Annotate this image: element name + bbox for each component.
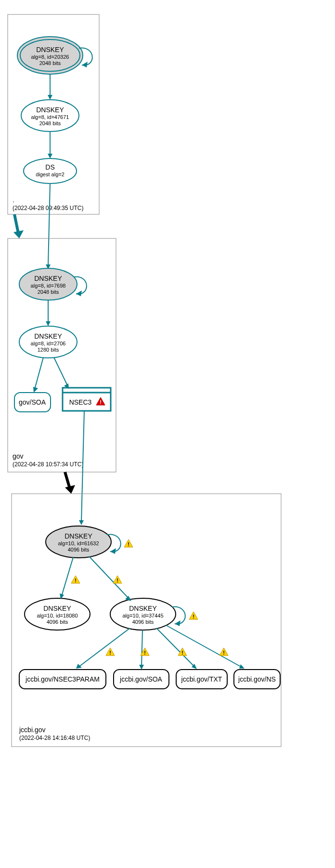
edge-zsk2-ns	[166, 625, 242, 667]
gov-ksk-bits: 2048 bits	[38, 289, 59, 295]
root-zsk-alg: alg=8, id=47671	[31, 114, 69, 120]
gov-soa-label: gov/SOA	[19, 398, 46, 406]
svg-point-5	[24, 158, 77, 184]
gov-zsk-bits: 1280 bits	[38, 347, 59, 353]
edge-root-to-gov	[14, 214, 18, 233]
root-ksk-alg: alg=8, id=20326	[31, 54, 69, 60]
svg-marker-38	[76, 664, 82, 669]
zone-gov-timestamp: (2022-04-28 10:57:34 UTC)	[13, 461, 83, 468]
root-ksk-title: DNSKEY	[36, 46, 64, 53]
svg-marker-42	[139, 665, 144, 670]
svg-text:!: !	[193, 614, 194, 619]
gov-nsec3-label: NSEC3	[69, 398, 92, 406]
warning-icon: !	[124, 539, 133, 547]
svg-marker-23	[110, 548, 116, 554]
svg-marker-6	[48, 154, 52, 158]
svg-marker-12	[46, 321, 51, 326]
svg-text:!: !	[223, 650, 225, 656]
jccbi-zsk1-bits: 4096 bits	[47, 619, 68, 625]
gov-zsk-node: DNSKEY alg=8, id=2706 1280 bits	[19, 326, 77, 358]
svg-marker-14	[33, 387, 38, 393]
jccbi-zsk2-title: DNSKEY	[129, 605, 157, 612]
edge-zsk2-soa	[142, 630, 142, 666]
jccbi-ksk-title: DNSKEY	[64, 532, 92, 540]
jccbi-zsk1-node: DNSKEY alg=10, id=18080 4096 bits	[25, 598, 90, 630]
jccbi-nsec3param-label: jccbi.gov/NSEC3PARAM	[25, 675, 100, 683]
warning-icon: !	[219, 648, 228, 656]
jccbi-zsk1-alg: alg=10, id=18080	[37, 613, 77, 618]
jccbi-ksk-bits: 4096 bits	[68, 547, 90, 552]
root-zsk-title: DNSKEY	[36, 106, 64, 114]
zone-jccbi-label: jccbi.gov	[19, 726, 45, 734]
root-ksk-node: DNSKEY alg=8, id=20326 2048 bits	[17, 37, 83, 74]
root-ksk-bits: 2048 bits	[39, 60, 61, 66]
edge-ds-to-gov-ksk	[48, 184, 50, 266]
dnssec-diagram: . (2022-04-28 09:49:35 UTC) DNSKEY alg=8…	[0, 0, 335, 868]
gov-soa-node: gov/SOA	[14, 393, 51, 412]
svg-marker-34	[175, 620, 180, 626]
gov-zsk-title: DNSKEY	[34, 332, 62, 340]
svg-marker-21	[79, 520, 84, 525]
svg-text:!: !	[100, 399, 102, 405]
svg-marker-4	[48, 95, 52, 100]
edge-jccbi-ksk-zsk2	[89, 556, 129, 599]
jccbi-zsk1-title: DNSKEY	[43, 605, 71, 612]
edge-jccbi-ksk-zsk1	[62, 557, 73, 596]
zone-root-timestamp: (2022-04-28 09:49:35 UTC)	[13, 205, 83, 211]
svg-text:!: !	[75, 578, 77, 583]
warning-icon: !	[113, 576, 122, 583]
jccbi-ksk-node: DNSKEY alg=10, id=61632 4096 bits	[46, 526, 111, 558]
root-zsk-node: DNSKEY alg=8, id=47671 2048 bits	[21, 100, 79, 132]
zone-jccbi-timestamp: (2022-04-28 14:16:48 UTC)	[19, 735, 90, 741]
warning-icon: !	[106, 648, 115, 656]
root-ds-title: DS	[45, 163, 54, 171]
jccbi-zsk2-alg: alg=10, id=37445	[122, 613, 163, 618]
svg-text:!: !	[116, 578, 118, 583]
edge-zsk2-txt	[156, 628, 194, 667]
svg-text:!: !	[128, 541, 129, 547]
jccbi-ns-label: jccbi.gov/NS	[238, 675, 276, 683]
jccbi-txt-label: jccbi.gov/TXT	[181, 675, 222, 683]
jccbi-ksk-alg: alg=10, id=61632	[58, 540, 99, 546]
root-ds-node: DS digest alg=2	[24, 158, 77, 184]
jccbi-txt-node: jccbi.gov/TXT	[176, 670, 227, 689]
edge-gov-zsk-nsec3	[54, 357, 67, 385]
root-zsk-bits: 2048 bits	[39, 120, 61, 126]
svg-marker-2	[82, 62, 88, 67]
root-ds-alg: digest alg=2	[36, 171, 64, 177]
zone-root-label: .	[13, 196, 14, 204]
jccbi-soa-node: jccbi.gov/SOA	[114, 670, 169, 689]
warning-icon: !	[71, 576, 80, 583]
svg-marker-7	[13, 230, 24, 238]
gov-ksk-node: DNSKEY alg=8, id=7698 2048 bits	[19, 268, 77, 300]
edge-gov-to-jccbi	[65, 472, 70, 488]
svg-marker-10	[76, 290, 82, 296]
svg-text:!: !	[144, 650, 146, 656]
gov-ksk-title: DNSKEY	[34, 275, 62, 282]
jccbi-zsk2-node: DNSKEY alg=10, id=37445 4096 bits	[110, 598, 176, 630]
jccbi-nsec3param-node: jccbi.gov/NSEC3PARAM	[19, 670, 106, 689]
gov-nsec3-node: NSEC3 !	[63, 388, 111, 411]
svg-text:!: !	[109, 650, 111, 656]
gov-zsk-alg: alg=8, id=2706	[31, 341, 66, 346]
svg-text:!: !	[181, 650, 183, 656]
gov-ksk-alg: alg=8, id=7698	[31, 283, 66, 289]
jccbi-ns-node: jccbi.gov/NS	[234, 670, 280, 689]
edge-gov-zsk-soa	[35, 357, 43, 389]
edge-zsk2-nsec3param	[79, 628, 130, 667]
warning-icon: !	[189, 612, 198, 619]
svg-marker-20	[65, 485, 75, 494]
svg-marker-50	[239, 664, 245, 669]
zone-gov-label: gov	[13, 452, 24, 460]
jccbi-zsk2-bits: 4096 bits	[132, 619, 154, 625]
jccbi-soa-label: jccbi.gov/SOA	[119, 675, 163, 683]
